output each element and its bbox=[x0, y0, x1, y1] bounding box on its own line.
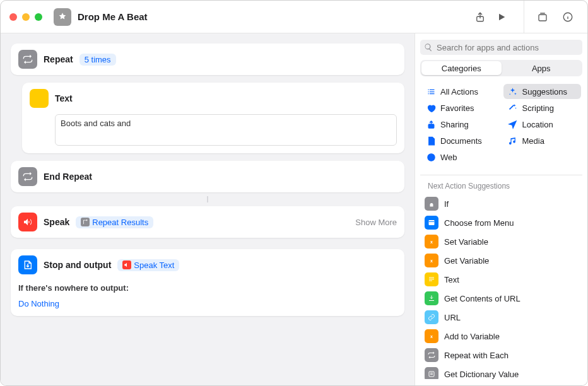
action-speak[interactable]: Speak Repeat Results Show More bbox=[11, 206, 404, 238]
page-title: Drop Me A Beat bbox=[78, 11, 148, 22]
action-stop-output[interactable]: Stop and output Speak Text If there's no… bbox=[11, 249, 404, 316]
search-container bbox=[420, 40, 582, 55]
suggestion-get-variable[interactable]: xGet Variable bbox=[420, 251, 582, 270]
speak-text-mini-icon bbox=[122, 260, 131, 269]
category-all[interactable]: All Actions bbox=[421, 84, 500, 99]
library-tabs: Categories Apps bbox=[420, 60, 582, 76]
svg-text:x: x bbox=[430, 240, 433, 244]
action-text[interactable]: Text Boots and cats and bbox=[22, 83, 404, 153]
category-label: Media bbox=[522, 136, 544, 146]
close-window[interactable] bbox=[9, 13, 17, 21]
web-icon bbox=[426, 152, 436, 162]
get-variable-icon: x bbox=[425, 254, 438, 267]
stop-output-param[interactable]: Speak Text bbox=[117, 259, 179, 271]
suggestion-repeat-with-each[interactable]: Repeat with Each bbox=[420, 346, 582, 365]
url-icon bbox=[425, 310, 438, 324]
category-location[interactable]: Location bbox=[503, 117, 582, 132]
suggestion-text[interactable]: Text bbox=[420, 270, 582, 289]
suggestion-add-to-variable[interactable]: xAdd to Variable bbox=[420, 327, 582, 346]
speak-icon bbox=[18, 213, 37, 231]
suggestion-label: Get Variable bbox=[444, 256, 489, 266]
category-suggestions[interactable]: Suggestions bbox=[503, 84, 582, 99]
action-library-sidebar: Categories Apps All ActionsSuggestionsFa… bbox=[415, 33, 587, 385]
category-sharing[interactable]: Sharing bbox=[421, 117, 500, 132]
stop-output-title: Stop and output bbox=[44, 260, 111, 270]
action-end-repeat[interactable]: End Repeat bbox=[11, 161, 404, 192]
suggestion-get-contents-of-url[interactable]: Get Contents of URL bbox=[420, 289, 582, 308]
suggestion-label: Set Variable bbox=[444, 237, 488, 247]
text-icon bbox=[425, 272, 438, 286]
stop-output-param-label: Speak Text bbox=[134, 260, 174, 270]
speak-param-label: Repeat Results bbox=[92, 218, 148, 227]
suggestion-label: Get Contents of URL bbox=[444, 294, 520, 303]
repeat-count-param[interactable]: 5 times bbox=[79, 54, 116, 66]
category-label: All Actions bbox=[440, 87, 478, 96]
text-title: Text bbox=[55, 93, 73, 103]
get-contents-of-url-icon bbox=[425, 291, 438, 305]
library-button[interactable] bbox=[532, 8, 553, 26]
documents-icon bbox=[426, 136, 436, 146]
minimize-window[interactable] bbox=[22, 13, 30, 21]
favorites-icon bbox=[426, 103, 436, 113]
choose-from-menu-icon bbox=[425, 216, 438, 230]
category-label: Favorites bbox=[440, 103, 474, 113]
action-repeat[interactable]: Repeat 5 times bbox=[11, 44, 404, 75]
category-documents[interactable]: Documents bbox=[421, 133, 500, 148]
end-repeat-title: End Repeat bbox=[44, 172, 92, 182]
svg-text:x: x bbox=[430, 259, 433, 263]
repeat-count-label: 5 times bbox=[85, 55, 111, 64]
stop-output-do-nothing[interactable]: Do Nothing bbox=[18, 299, 59, 308]
share-button[interactable] bbox=[469, 8, 491, 26]
repeat-results-mini-icon bbox=[81, 218, 90, 226]
category-scripting[interactable]: Scripting bbox=[503, 100, 582, 115]
get-dictionary-value-icon bbox=[425, 367, 438, 379]
suggestion-label: Get Dictionary Value bbox=[444, 370, 519, 379]
repeat-with-each-icon bbox=[425, 348, 438, 362]
suggestion-url[interactable]: URL bbox=[420, 308, 582, 327]
category-grid: All ActionsSuggestionsFavoritesScripting… bbox=[420, 81, 582, 167]
speak-param[interactable]: Repeat Results bbox=[76, 216, 153, 228]
suggestion-label: If bbox=[444, 199, 449, 209]
category-web[interactable]: Web bbox=[421, 149, 500, 165]
all-icon bbox=[426, 86, 436, 96]
category-label: Scripting bbox=[522, 103, 555, 113]
info-button[interactable] bbox=[557, 8, 579, 26]
search-input[interactable] bbox=[420, 40, 582, 55]
svg-rect-3 bbox=[428, 124, 434, 127]
shortcut-app-icon bbox=[54, 8, 71, 26]
category-label: Documents bbox=[440, 136, 482, 146]
suggestion-choose-from-menu[interactable]: Choose from Menu bbox=[420, 213, 582, 232]
suggestion-get-dictionary-value[interactable]: Get Dictionary Value bbox=[420, 365, 582, 379]
speak-title: Speak bbox=[44, 217, 69, 227]
tab-categories[interactable]: Categories bbox=[421, 61, 502, 75]
stop-output-icon bbox=[18, 255, 37, 274]
category-label: Location bbox=[522, 120, 553, 129]
category-label: Suggestions bbox=[522, 87, 568, 96]
suggestion-label: Add to Variable bbox=[444, 332, 500, 341]
category-label: Web bbox=[440, 153, 457, 162]
suggestion-label: URL bbox=[444, 313, 461, 322]
add-to-variable-icon: x bbox=[425, 329, 438, 343]
zoom-window[interactable] bbox=[35, 13, 42, 21]
suggestion-if[interactable]: If bbox=[420, 194, 582, 213]
repeat-icon bbox=[18, 50, 37, 69]
suggestion-set-variable[interactable]: xSet Variable bbox=[420, 232, 582, 251]
media-icon bbox=[508, 136, 518, 146]
set-variable-icon: x bbox=[425, 235, 438, 249]
scripting-icon bbox=[508, 103, 518, 113]
text-content-input[interactable]: Boots and cats and bbox=[55, 114, 397, 146]
run-button[interactable] bbox=[491, 8, 512, 26]
category-favorites[interactable]: Favorites bbox=[421, 100, 500, 115]
category-media[interactable]: Media bbox=[503, 133, 582, 148]
if-icon bbox=[425, 197, 438, 211]
sharing-icon bbox=[426, 119, 436, 129]
tab-apps[interactable]: Apps bbox=[502, 61, 582, 75]
svg-rect-1 bbox=[539, 15, 546, 21]
traffic-lights bbox=[9, 13, 42, 21]
location-icon bbox=[508, 119, 518, 129]
titlebar: Drop Me A Beat bbox=[1, 1, 587, 33]
speak-show-more[interactable]: Show More bbox=[355, 218, 397, 227]
suggestion-label: Text bbox=[444, 275, 459, 284]
repeat-title: Repeat bbox=[44, 54, 73, 64]
workflow-editor[interactable]: Repeat 5 times Text Boots and cats and bbox=[1, 33, 415, 385]
